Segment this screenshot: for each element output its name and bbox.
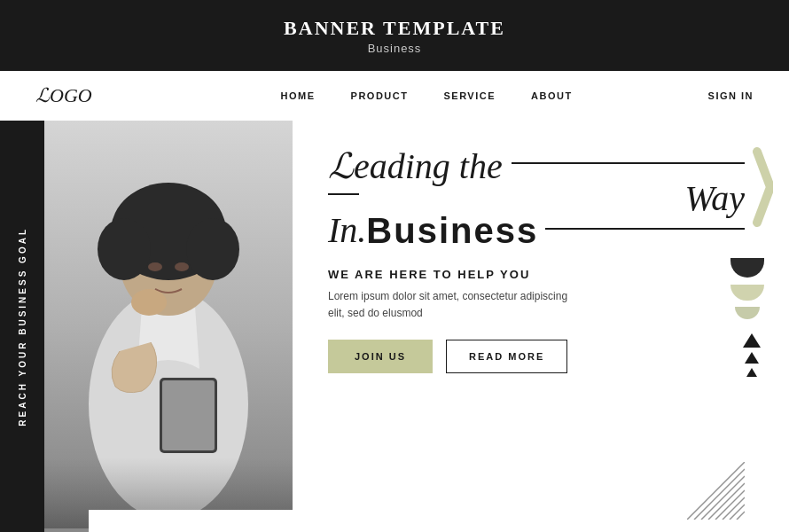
hero-content: // render dots for(let i=0;i<30;i++){ do…	[293, 121, 789, 532]
svg-line-17	[701, 476, 745, 520]
svg-line-21	[730, 505, 745, 520]
logo: ℒOGO	[35, 84, 92, 107]
nav-home[interactable]: HOME	[281, 90, 316, 101]
main-area: ℒOGO HOME PRODUCT SERVICE ABOUT SIGN IN …	[0, 71, 789, 532]
triangles-decoration	[743, 333, 761, 377]
sidebar-label: REACH YOUR BUSINESS GOAL	[18, 227, 27, 426]
sign-in-button[interactable]: SIGN IN	[708, 90, 754, 101]
svg-point-6	[98, 218, 151, 280]
svg-line-22	[737, 512, 745, 520]
chevron-svg	[748, 147, 773, 227]
left-sidebar: REACH YOUR BUSINESS GOAL	[0, 121, 44, 532]
diagonal-svg	[687, 462, 745, 520]
nav-links: HOME PRODUCT SERVICE ABOUT	[145, 90, 708, 101]
banner-subtitle: Business	[368, 42, 422, 55]
olive-chevron-decoration	[748, 147, 773, 231]
navbar: ℒOGO HOME PRODUCT SERVICE ABOUT SIGN IN	[0, 71, 789, 121]
business-text: Business	[366, 211, 538, 250]
svg-point-9	[175, 262, 189, 271]
svg-point-7	[186, 218, 239, 280]
join-us-button[interactable]: JOIN US	[328, 340, 433, 373]
triangle-2	[745, 352, 759, 364]
content-section: REACH YOUR BUSINESS GOAL	[0, 121, 789, 532]
triangle-3	[746, 368, 757, 377]
svg-line-15	[687, 462, 745, 520]
top-bar: BANNER TEMPLATE Business	[0, 0, 789, 71]
headline: ℒeading the Way In. Business	[328, 147, 745, 250]
diagonal-lines-decoration	[687, 462, 745, 523]
person-illustration	[44, 121, 293, 528]
small-bowl-decoration	[735, 307, 760, 319]
banner-title: BANNER TEMPLATE	[284, 17, 505, 40]
nav-service[interactable]: SERVICE	[443, 90, 496, 101]
nav-about[interactable]: ABOUT	[531, 90, 573, 101]
description: Lorem ipsum dolor sit amet, consectetur …	[328, 288, 576, 322]
olive-bowl-decoration	[730, 285, 764, 301]
line-decoration-2	[328, 193, 359, 195]
hero-image	[44, 121, 293, 532]
in-text: In.	[328, 211, 366, 250]
nav-product[interactable]: PRODUCT	[351, 90, 409, 101]
line-decoration-3	[545, 228, 745, 230]
read-more-button[interactable]: READ MORE	[446, 340, 567, 373]
subheading: WE ARE HERE TO HELP YOU	[328, 268, 745, 281]
triangle-1	[743, 333, 761, 348]
svg-point-8	[148, 262, 162, 271]
svg-line-18	[708, 483, 745, 520]
line-decoration-1	[512, 162, 745, 164]
svg-rect-13	[162, 380, 215, 450]
bottom-strip	[89, 510, 293, 532]
buttons: JOIN US READ MORE	[328, 340, 745, 373]
svg-point-10	[131, 289, 167, 316]
